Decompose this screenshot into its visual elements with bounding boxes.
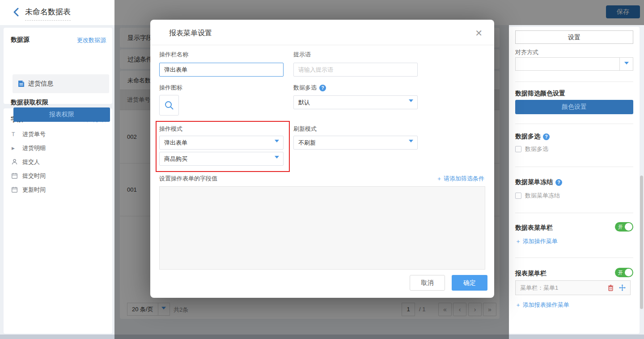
close-icon[interactable]: ✕ xyxy=(475,29,483,38)
dialog-title: 报表菜单设置 xyxy=(169,29,212,38)
calendar-icon xyxy=(12,173,22,179)
checkbox-icon xyxy=(515,146,521,152)
divider xyxy=(150,45,494,45)
table-menubar-title: 数据表菜单栏 xyxy=(515,224,553,232)
chevron-down-icon xyxy=(619,58,633,70)
field-item-submit-time[interactable]: 提交时间 xyxy=(12,169,108,183)
field-value-label: 设置操作表单的字段值 xyxy=(159,175,217,183)
multi-select-title: 数据多选 ? xyxy=(515,133,550,141)
refresh-mode-label: 刷新模式 xyxy=(293,125,317,133)
table-menubar-toggle[interactable]: 开 xyxy=(615,222,633,232)
field-list: T 进货单号 ▶ 进货明细 提交人 提交时间 xyxy=(12,127,108,197)
field-value-area[interactable] xyxy=(159,186,485,270)
settings-header[interactable]: 设置 xyxy=(515,30,633,44)
menu-freeze-checkbox[interactable]: 数据菜单冻结 xyxy=(515,192,560,200)
action-mode-select[interactable]: 弹出表单 xyxy=(159,136,284,150)
add-filter-condition-link[interactable]: ＋ 请添加筛选条件 xyxy=(436,175,484,183)
report-menubar-toggle[interactable]: 开 xyxy=(615,268,633,277)
data-multiselect-label: 数据多选 ? xyxy=(293,84,326,92)
action-icon-picker[interactable] xyxy=(159,95,179,116)
confirm-button[interactable]: 确定 xyxy=(452,275,487,291)
chevron-down-icon xyxy=(409,99,413,104)
page-title[interactable]: 未命名数据表 xyxy=(25,7,71,21)
multi-select-checkbox[interactable]: 数据多选 xyxy=(515,145,548,153)
chevron-down-icon xyxy=(409,140,413,145)
action-name-input[interactable] xyxy=(159,63,284,77)
cancel-button[interactable]: 取消 xyxy=(410,275,445,291)
field-item-update-time[interactable]: 更新时间 xyxy=(12,183,108,197)
action-icon-label: 操作图标 xyxy=(159,84,182,92)
page: 未命名数据表 保存 数据源 更改数据源 进货信息 数据获取权限 报表权限 字段 … xyxy=(0,0,644,339)
help-icon[interactable]: ? xyxy=(319,85,326,91)
settings-panel: 设置 对齐方式 数据筛选颜色设置 颜色设置 数据多选 ? 数据多选 数据菜单冻结… xyxy=(509,27,640,334)
add-action-menu-link[interactable]: ＋ 添加操作菜单 xyxy=(515,237,558,245)
divider xyxy=(515,257,633,258)
search-icon xyxy=(164,100,174,110)
chevron-down-icon xyxy=(275,156,279,161)
calendar-icon xyxy=(12,187,22,193)
toggle-knob xyxy=(625,223,632,231)
fields-panel: 字段 ＋ 公式字段 T 进货单号 ▶ 进货明细 提交人 提交时间 xyxy=(4,108,112,334)
menu-item-row[interactable]: 菜单栏：菜单1 xyxy=(515,280,631,295)
text-field-icon: T xyxy=(12,131,22,137)
report-menu-settings-dialog: 报表菜单设置 ✕ 操作栏名称 提示语 操作图标 数据多选 ? 默认 操作模式 弹… xyxy=(150,20,494,298)
divider xyxy=(515,124,633,124)
person-icon xyxy=(12,159,22,165)
document-icon xyxy=(18,80,25,87)
datasource-title: 数据源 xyxy=(11,36,30,44)
align-select[interactable] xyxy=(515,57,633,71)
plus-icon: ＋ xyxy=(515,301,521,308)
field-item-purchase-detail[interactable]: ▶ 进货明细 xyxy=(12,141,108,155)
datasource-panel: 数据源 更改数据源 进货信息 数据获取权限 xyxy=(4,28,112,104)
filter-color-title: 数据筛选颜色设置 xyxy=(515,90,565,98)
menu-item-label: 菜单栏：菜单1 xyxy=(520,284,608,292)
action-name-label: 操作栏名称 xyxy=(159,51,188,59)
refresh-mode-select[interactable]: 不刷新 xyxy=(293,136,418,150)
help-icon[interactable]: ? xyxy=(543,133,550,140)
chevron-down-icon xyxy=(275,140,279,145)
datasource-item[interactable]: 进货信息 xyxy=(13,74,109,93)
datasource-item-label: 进货信息 xyxy=(28,80,53,88)
field-item-purchase-no[interactable]: T 进货单号 xyxy=(12,127,108,141)
tooltip-input[interactable] xyxy=(293,63,418,77)
toggle-knob xyxy=(625,269,632,276)
data-multiselect-select[interactable]: 默认 xyxy=(293,95,418,109)
report-menubar-title: 报表菜单栏 xyxy=(515,270,547,278)
back-icon[interactable] xyxy=(12,7,21,17)
plus-icon: ＋ xyxy=(515,238,521,245)
help-icon[interactable]: ? xyxy=(555,179,562,186)
align-label: 对齐方式 xyxy=(515,48,538,56)
color-settings-button[interactable]: 颜色设置 xyxy=(515,100,633,114)
add-report-menu-link[interactable]: ＋ 添加报表操作菜单 xyxy=(515,301,569,309)
tooltip-label: 提示语 xyxy=(293,51,311,59)
action-mode-label: 操作模式 xyxy=(159,125,182,133)
vertical-scrollbar[interactable] xyxy=(640,176,643,309)
modal-overlay xyxy=(509,0,644,25)
action-form-select[interactable]: 商品购买 xyxy=(159,152,284,166)
subform-icon: ▶ xyxy=(12,146,22,150)
permission-title: 数据获取权限 xyxy=(11,99,48,107)
divider xyxy=(515,82,633,82)
divider xyxy=(515,167,633,167)
trash-icon[interactable] xyxy=(608,285,614,291)
divider xyxy=(515,213,633,213)
plus-icon: ＋ xyxy=(436,175,442,182)
report-permission-button[interactable]: 报表权限 xyxy=(13,107,110,122)
change-datasource-link[interactable]: 更改数据源 xyxy=(77,36,106,44)
menu-freeze-title: 数据菜单冻结 ? xyxy=(515,178,562,186)
field-item-submitter[interactable]: 提交人 xyxy=(12,155,108,169)
move-icon[interactable] xyxy=(619,284,626,291)
checkbox-icon xyxy=(515,193,521,199)
